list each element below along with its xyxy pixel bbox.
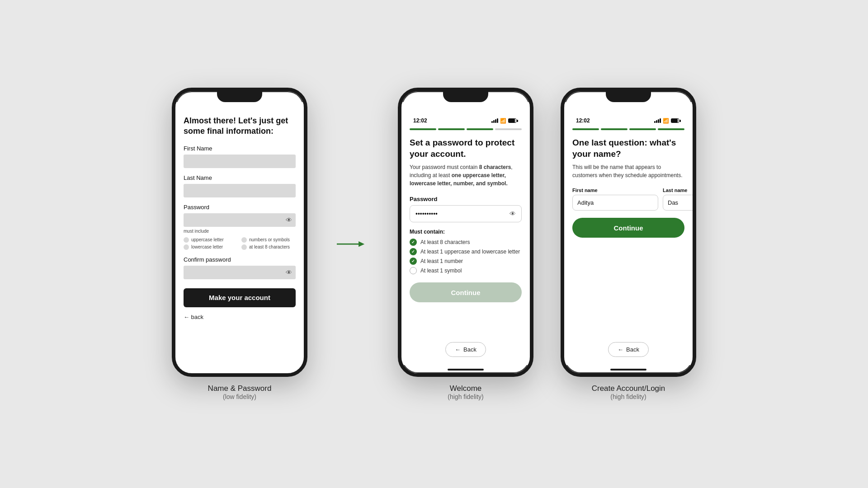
phone-notch-2 [443, 91, 488, 102]
status-bar-s2: 12:02 📶 [410, 116, 522, 126]
req-text-1: At least 1 uppercase and lowercase lette… [420, 249, 520, 255]
req-text-3: At least 1 symbol [420, 267, 462, 274]
screen2-title: Set a password to protect your account. [410, 137, 522, 160]
caption1: Name & Password (low fidelity) [208, 384, 272, 400]
uncheck-icon-3 [410, 267, 417, 274]
subtitle-bold1: 8 characters [479, 164, 511, 170]
battery-icon-s2 [508, 118, 518, 123]
caption1-title: Name & Password [208, 384, 272, 393]
caption3-title: Create Account/Login [592, 384, 665, 393]
s3-prog-seg-1 [572, 128, 599, 130]
status-time-s3: 12:02 [576, 117, 590, 124]
prog-seg-2 [438, 128, 465, 130]
last-name-field: Last name [663, 188, 693, 211]
req-item-0: At least 8 characters [410, 239, 522, 246]
screen3-subtitle: This will be the name that appears to cu… [572, 163, 684, 179]
status-icons-s2: 📶 [491, 118, 518, 124]
continue-button-s2[interactable]: Continue [410, 282, 522, 302]
progress-bar-s3 [572, 128, 684, 130]
phone-screen1: Almost there! Let's just get some final … [172, 88, 307, 377]
req-item-2: At least 1 number [410, 258, 522, 265]
first-name-input-s3[interactable] [572, 195, 658, 211]
s3-signal-bar-4 [660, 118, 661, 123]
wifi-icon-s2: 📶 [500, 118, 506, 124]
phone-screen3: 12:02 📶 [561, 88, 696, 377]
first-name-input[interactable] [184, 155, 296, 168]
checkbox-uppercase: uppercase letter [184, 237, 238, 243]
signal-bars-s2 [491, 118, 498, 123]
screen1-wrapper: Almost there! Let's just get some final … [172, 88, 307, 400]
signal-bar-2 [493, 120, 495, 123]
back-label-s3: Back [626, 346, 639, 353]
eye-icon-s1[interactable]: 👁 [286, 216, 292, 224]
req-text-0: At least 8 characters [420, 239, 470, 245]
back-button-s3[interactable]: ← Back [608, 342, 649, 357]
eye-icon-s2[interactable]: 👁 [509, 210, 516, 217]
back-button-s2[interactable]: ← Back [445, 342, 486, 357]
s3-prog-seg-4 [658, 128, 684, 130]
screen2-wrapper: 12:02 📶 [398, 88, 533, 400]
wifi-icon-s3: 📶 [663, 118, 669, 124]
first-name-label: First Name [184, 145, 296, 152]
check-icon-2 [410, 258, 417, 265]
checkbox-circle-length [241, 244, 247, 250]
password-label-s1: Password [184, 204, 296, 211]
first-name-label-s3: First name [572, 188, 658, 193]
last-name-input-s3[interactable] [663, 195, 693, 211]
caption3: Create Account/Login (high fidelity) [592, 384, 665, 400]
signal-bar-3 [495, 119, 496, 123]
password-checkboxes: uppercase letter numbers or symbols lowe… [184, 237, 296, 250]
check-icon-1 [410, 248, 417, 255]
back-link-s1[interactable]: ← back [184, 314, 296, 320]
confirm-password-label: Confirm password [184, 256, 296, 263]
status-time-s2: 12:02 [413, 117, 427, 124]
checkbox-label-length: at least 8 characters [249, 244, 290, 249]
req-text-2: At least 1 number [420, 258, 463, 264]
prog-seg-1 [410, 128, 436, 130]
checkbox-label-uppercase: uppercase letter [191, 237, 224, 242]
confirm-password-input[interactable]: 👁 [184, 266, 296, 279]
bottom-bar-s2 [448, 369, 484, 371]
battery-icon-s3 [671, 118, 681, 123]
last-name-label-s3: Last name [663, 188, 693, 193]
signal-bar-4 [497, 118, 498, 123]
flow-arrow [337, 238, 368, 250]
checkbox-circle-lowercase [184, 244, 189, 250]
password-input-s1[interactable]: 👁 [184, 213, 296, 227]
s3-signal-bar-3 [658, 119, 659, 123]
screen3-wrapper: 12:02 📶 [561, 88, 696, 400]
phone-screen2: 12:02 📶 [398, 88, 533, 377]
signal-bar-1 [491, 121, 493, 123]
req-item-1: At least 1 uppercase and lowercase lette… [410, 248, 522, 255]
screen3-content: 12:02 📶 [564, 102, 693, 365]
continue-button-s3[interactable]: Continue [572, 218, 684, 238]
checkbox-length: at least 8 characters [241, 244, 296, 250]
last-name-input[interactable] [184, 184, 296, 197]
screen2-subtitle: Your password must contain 8 characters,… [410, 163, 522, 188]
progress-bar-s2 [410, 128, 522, 130]
status-icons-s3: 📶 [654, 118, 681, 124]
caption1-sub: (low fidelity) [208, 393, 272, 400]
signal-bars-s3 [654, 118, 661, 123]
first-name-field: First name [572, 188, 658, 211]
checkbox-label-lowercase: lowercase letter [191, 244, 223, 249]
password-label-s2: Password [410, 196, 522, 202]
make-account-button[interactable]: Make your account [184, 288, 296, 307]
caption2-title: Welcome [448, 384, 483, 393]
svg-marker-1 [359, 241, 364, 247]
eye-icon-confirm[interactable]: 👁 [286, 269, 292, 276]
back-arrow-s2: ← [455, 346, 461, 353]
checkbox-label-numbers: numbers or symbols [249, 237, 290, 242]
last-name-label: Last Name [184, 174, 296, 181]
checkbox-circle-numbers [241, 237, 247, 243]
screen1-title: Almost there! Let's just get some final … [184, 116, 296, 137]
s3-prog-seg-2 [601, 128, 627, 130]
password-field-s2[interactable]: 👁 [410, 205, 522, 222]
back-label-s2: Back [463, 346, 476, 353]
password-input-s2[interactable] [415, 210, 509, 217]
phone-notch-3 [606, 91, 651, 102]
screen3-title: One last question: what's your name? [572, 137, 684, 160]
check-icon-0 [410, 239, 417, 246]
must-contain-title: Must contain: [410, 229, 522, 235]
caption2-sub: (high fidelity) [448, 393, 483, 400]
